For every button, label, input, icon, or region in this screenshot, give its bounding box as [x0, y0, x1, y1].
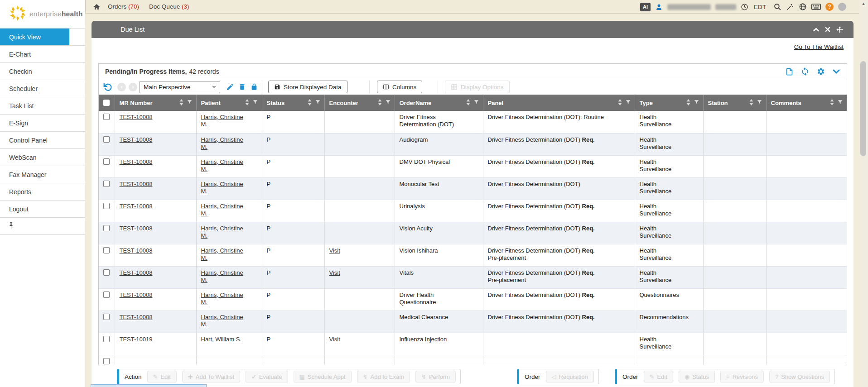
- patient-link[interactable]: Harris, Christine M.: [201, 136, 243, 150]
- sort-icon[interactable]: [829, 99, 834, 107]
- scrollbar-thumb[interactable]: [860, 61, 866, 156]
- encounter-link[interactable]: Visit: [329, 247, 340, 254]
- mr-number-link[interactable]: TEST-10008: [120, 247, 153, 254]
- column-header-station[interactable]: Station: [703, 95, 766, 111]
- sidebar-item-control-panel[interactable]: Control Panel: [0, 132, 85, 149]
- column-header-type[interactable]: Type: [635, 95, 703, 111]
- mr-number-link[interactable]: TEST-10008: [120, 269, 153, 276]
- sidebar-item-quick-view[interactable]: Quick View: [0, 29, 85, 46]
- sidebar-item-reports[interactable]: Reports: [0, 183, 85, 201]
- sidebar-item-webscan[interactable]: WebScan: [0, 149, 85, 166]
- patient-link[interactable]: Harris, Christine M.: [201, 203, 243, 217]
- sort-icon[interactable]: [307, 99, 312, 107]
- schedule-appt-button[interactable]: ▦Schedule Appt: [294, 371, 352, 382]
- status-button[interactable]: ◉Status: [679, 371, 715, 382]
- pencil-icon[interactable]: [226, 79, 234, 95]
- filter-icon[interactable]: [837, 99, 843, 106]
- perform-button[interactable]: ↯Perform: [415, 371, 456, 382]
- patient-link[interactable]: Harris, Christine M.: [201, 158, 243, 172]
- pin-icon[interactable]: [8, 222, 14, 230]
- row-checkbox[interactable]: [103, 225, 110, 231]
- row-checkbox[interactable]: [103, 181, 110, 187]
- refresh-icon[interactable]: [800, 67, 810, 76]
- revisions-button[interactable]: ≡Revisions: [720, 371, 764, 382]
- evaluate-button[interactable]: ✔Evaluate: [246, 371, 288, 382]
- column-header-comments[interactable]: Comments: [766, 95, 847, 111]
- mr-number-link[interactable]: TEST-10008: [120, 114, 153, 120]
- row-checkbox[interactable]: [103, 314, 110, 320]
- mr-number-link[interactable]: TEST-10008: [120, 314, 153, 320]
- filter-icon[interactable]: [315, 99, 321, 106]
- store-displayed-data-button[interactable]: Store Displayed Data: [268, 81, 347, 93]
- filter-icon[interactable]: [252, 99, 258, 106]
- column-header-ordername[interactable]: OrderName: [395, 95, 483, 111]
- filter-icon[interactable]: [625, 99, 631, 106]
- chevron-down-icon[interactable]: [832, 67, 840, 76]
- sort-icon[interactable]: [686, 99, 691, 107]
- patient-link[interactable]: Harris, Christine M.: [201, 314, 243, 328]
- column-header-patient[interactable]: Patient: [196, 95, 262, 111]
- filter-icon[interactable]: [473, 99, 479, 106]
- sort-icon[interactable]: [466, 99, 471, 107]
- filter-icon[interactable]: [694, 99, 699, 106]
- move-icon[interactable]: [836, 26, 844, 33]
- sidebar-item-e-sign[interactable]: E-Sign: [0, 115, 85, 132]
- patient-link[interactable]: Hart, William S.: [201, 336, 242, 343]
- search-icon[interactable]: [773, 3, 781, 11]
- window-titlebar[interactable]: Due List: [92, 21, 854, 38]
- sidebar-item-checkin[interactable]: Checkin: [0, 63, 85, 80]
- sort-icon[interactable]: [617, 99, 622, 107]
- perspective-select[interactable]: Main Perspective: [140, 81, 220, 93]
- sidebar-item-e-chart[interactable]: E-Chart: [0, 46, 85, 63]
- column-header-status[interactable]: Status: [262, 95, 324, 111]
- patient-link[interactable]: Harris, Christine M.: [201, 291, 243, 306]
- undo-icon[interactable]: [103, 79, 113, 95]
- scrollbar-up-arrow[interactable]: ▲: [859, 1, 868, 6]
- patient-link[interactable]: Harris, Christine M.: [201, 247, 243, 261]
- mr-number-link[interactable]: TEST-10008: [120, 158, 153, 165]
- edit-button[interactable]: ✎Edit: [644, 371, 673, 382]
- wand-icon[interactable]: [786, 3, 794, 11]
- columns-button[interactable]: Columns: [377, 81, 422, 93]
- close-icon[interactable]: [825, 26, 831, 33]
- gear-icon[interactable]: [816, 67, 825, 76]
- row-checkbox[interactable]: [103, 247, 110, 253]
- row-checkbox[interactable]: [103, 336, 110, 342]
- filter-icon[interactable]: [385, 99, 391, 106]
- mr-number-link[interactable]: TEST-10008: [120, 291, 153, 298]
- next-icon[interactable]: ›: [129, 79, 137, 95]
- mr-number-link[interactable]: TEST-10008: [120, 136, 153, 143]
- grid-scroll-area[interactable]: MR NumberPatientStatusEncounterOrderName…: [99, 95, 847, 365]
- add-to-exam-button[interactable]: ↯Add to Exam: [357, 371, 410, 382]
- show-questions-button[interactable]: ?Show Questions: [769, 371, 830, 382]
- patient-link[interactable]: Harris, Christine M.: [201, 181, 243, 195]
- column-header-mr-number[interactable]: MR Number: [115, 95, 196, 111]
- row-checkbox[interactable]: [103, 114, 110, 120]
- home-icon[interactable]: [93, 3, 101, 10]
- column-header-panel[interactable]: Panel: [483, 95, 635, 111]
- go-to-waitlist-link[interactable]: Go To The Waitlist: [794, 43, 844, 50]
- requisition-button[interactable]: ◁Requisition: [546, 371, 594, 382]
- nav-orders[interactable]: Orders (70): [108, 3, 139, 10]
- edit-button[interactable]: ✎Edit: [147, 371, 177, 382]
- lock-icon[interactable]: [251, 79, 258, 95]
- help-icon[interactable]: ?: [825, 3, 834, 11]
- clock-icon[interactable]: [741, 3, 748, 11]
- sort-icon[interactable]: [377, 99, 382, 107]
- avatar[interactable]: [838, 3, 846, 11]
- sort-icon[interactable]: [749, 99, 754, 107]
- row-checkbox[interactable]: [103, 358, 110, 364]
- mr-number-link[interactable]: TEST-10008: [120, 225, 153, 232]
- patient-link[interactable]: Harris, Christine M.: [201, 114, 243, 128]
- collapse-icon[interactable]: [813, 26, 820, 33]
- sidebar-item-scheduler[interactable]: Scheduler: [0, 80, 85, 97]
- add-to-waitlist-button[interactable]: ✚Add To Waitlist: [182, 371, 240, 382]
- row-checkbox[interactable]: [103, 291, 110, 298]
- encounter-link[interactable]: Visit: [329, 336, 340, 343]
- app-logo[interactable]: enterprisehealth: [0, 0, 85, 28]
- sort-icon[interactable]: [179, 99, 184, 107]
- sidebar-item-task-list[interactable]: Task List: [0, 97, 85, 115]
- nav-doc-queue[interactable]: Doc Queue (3): [149, 3, 189, 10]
- ai-badge[interactable]: AI: [640, 3, 651, 11]
- keyboard-icon[interactable]: [811, 3, 821, 10]
